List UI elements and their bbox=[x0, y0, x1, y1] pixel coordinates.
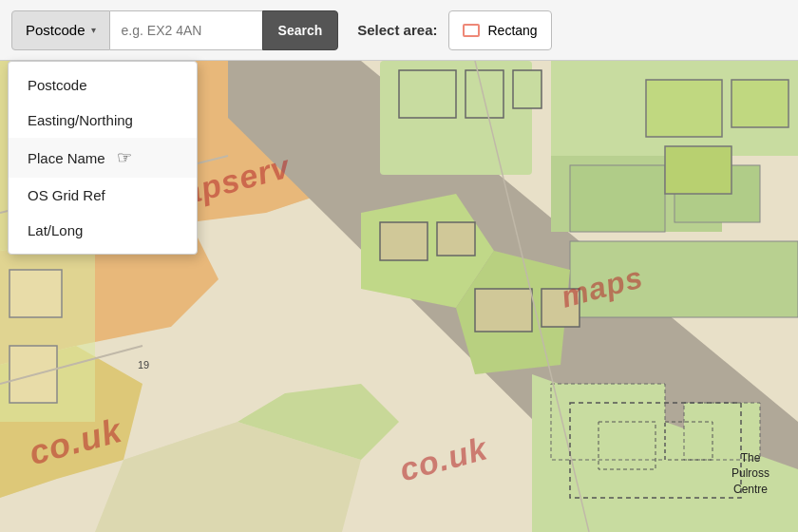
rectangle-button[interactable]: Rectang bbox=[448, 10, 551, 50]
svg-rect-9 bbox=[466, 70, 504, 118]
map-number-label: 19 bbox=[138, 359, 149, 370]
svg-rect-32 bbox=[732, 80, 788, 127]
search-button[interactable]: Search bbox=[262, 10, 339, 50]
dropdown-item-easting-northing[interactable]: Easting/Northing bbox=[9, 103, 197, 138]
svg-rect-26 bbox=[437, 222, 475, 256]
svg-rect-10 bbox=[513, 70, 542, 108]
svg-rect-13 bbox=[570, 241, 798, 317]
svg-rect-31 bbox=[646, 80, 722, 137]
svg-rect-33 bbox=[665, 146, 732, 194]
svg-rect-27 bbox=[475, 289, 532, 332]
rectangle-label: Rectang bbox=[487, 23, 537, 38]
svg-rect-28 bbox=[542, 289, 580, 327]
toolbar: Postcode ▾ Search Select area: Rectang bbox=[0, 0, 798, 61]
dropdown-arrow-icon: ▾ bbox=[91, 25, 96, 35]
svg-rect-21 bbox=[10, 270, 62, 317]
dropdown-item-os-grid-ref[interactable]: OS Grid Ref bbox=[9, 178, 197, 213]
search-type-dropdown: Postcode Easting/Northing Place Name ☞ O… bbox=[8, 61, 198, 255]
postcode-dropdown-button[interactable]: Postcode ▾ bbox=[11, 10, 110, 50]
pulross-centre-label: The Pulross Centre bbox=[732, 450, 770, 498]
postcode-button-label: Postcode bbox=[26, 22, 86, 38]
svg-rect-11 bbox=[570, 165, 665, 232]
select-area-label: Select area: bbox=[357, 22, 437, 38]
rectangle-icon bbox=[463, 24, 480, 37]
dropdown-item-place-name[interactable]: Place Name ☞ bbox=[9, 138, 197, 178]
dropdown-item-postcode[interactable]: Postcode bbox=[9, 67, 197, 103]
svg-rect-25 bbox=[380, 222, 428, 260]
svg-rect-8 bbox=[399, 70, 456, 118]
dropdown-item-lat-long[interactable]: Lat/Long bbox=[9, 213, 197, 248]
search-input[interactable] bbox=[110, 10, 262, 50]
